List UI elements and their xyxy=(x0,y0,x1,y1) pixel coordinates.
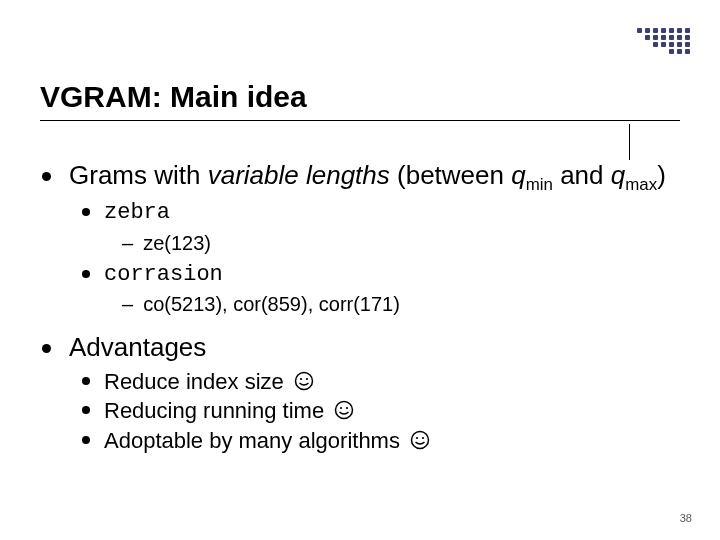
bullet-level-2: Reduce index size xyxy=(82,368,690,396)
bullet-level-2: Adoptable by many algorithms xyxy=(82,427,690,455)
corner-decoration xyxy=(637,28,690,54)
bullet-level-1: Advantages xyxy=(42,332,690,363)
svg-point-5 xyxy=(346,407,348,409)
bullet-text: Reducing running time xyxy=(104,397,354,425)
bullet-level-2: Reducing running time xyxy=(82,397,690,425)
bullet-level-3: –co(5213), cor(859), corr(171) xyxy=(122,290,690,318)
bullet-text: Grams with variable lengths (between qmi… xyxy=(69,160,666,195)
bullet-level-2: zebra xyxy=(82,199,690,227)
svg-point-6 xyxy=(412,431,429,448)
svg-point-7 xyxy=(416,437,418,439)
svg-point-1 xyxy=(300,378,302,380)
slide-body: Grams with variable lengths (between qmi… xyxy=(42,160,690,454)
bullet-text: zebra xyxy=(104,199,170,227)
bullet-text: Adoptable by many algorithms xyxy=(104,427,430,455)
svg-point-8 xyxy=(422,437,424,439)
svg-point-4 xyxy=(340,407,342,409)
svg-point-0 xyxy=(295,372,312,389)
bullet-icon xyxy=(82,377,90,385)
bullet-icon xyxy=(82,436,90,444)
bullet-icon xyxy=(42,172,51,181)
bullet-text: Reduce index size xyxy=(104,368,314,396)
bullet-icon xyxy=(82,270,90,278)
bullet-level-2: corrasion xyxy=(82,261,690,289)
bullet-text: corrasion xyxy=(104,261,223,289)
bullet-level-3: –ze(123) xyxy=(122,229,690,257)
bullet-icon xyxy=(82,406,90,414)
slide-title: VGRAM: Main idea xyxy=(40,80,680,121)
bullet-text: Advantages xyxy=(69,332,206,363)
page-number: 38 xyxy=(680,512,692,524)
bullet-icon xyxy=(82,208,90,216)
svg-point-2 xyxy=(306,378,308,380)
bullet-icon xyxy=(42,344,51,353)
svg-point-3 xyxy=(336,402,353,419)
bullet-level-1: Grams with variable lengths (between qmi… xyxy=(42,160,690,195)
title-vertical-rule xyxy=(629,124,631,160)
